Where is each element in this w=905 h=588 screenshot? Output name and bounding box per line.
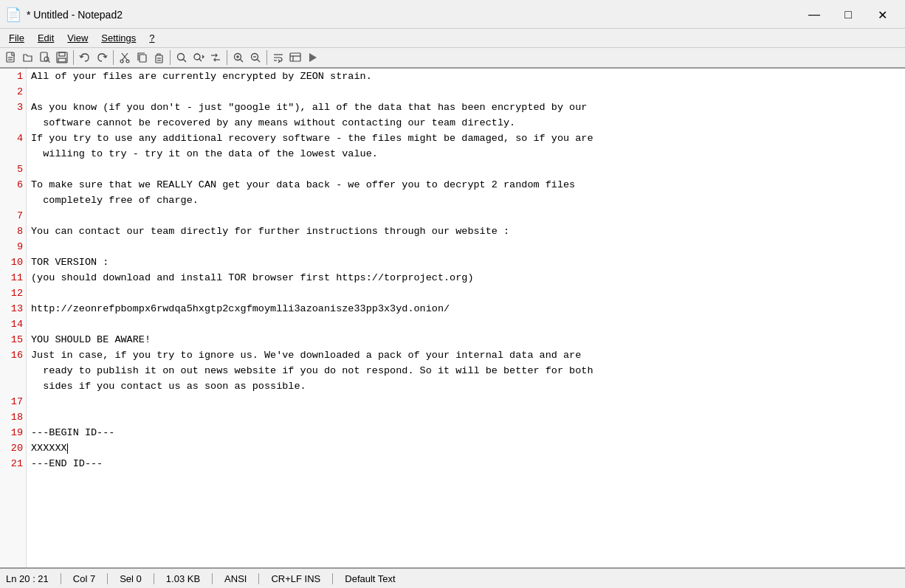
code-line: ---END ID--- bbox=[27, 456, 905, 471]
status-encoding: ANSI bbox=[213, 573, 259, 584]
title-bar: 📄 * Untitled - Notepad2 — □ ✕ bbox=[0, 0, 905, 29]
status-position: Ln 20 : 21 bbox=[6, 573, 61, 584]
line-number: 1 bbox=[0, 69, 26, 84]
code-line: (you should download and install TOR bro… bbox=[27, 270, 905, 286]
line-number: 18 bbox=[0, 409, 26, 425]
svg-rect-7 bbox=[59, 52, 65, 56]
svg-rect-13 bbox=[140, 55, 146, 62]
line-number: 7 bbox=[0, 208, 26, 224]
editor-container[interactable]: 123456789101112131415161718192021 All of… bbox=[0, 69, 905, 567]
code-line: XXXXXX bbox=[27, 440, 905, 456]
title-bar-left: 📄 * Untitled - Notepad2 bbox=[6, 7, 123, 22]
code-line bbox=[27, 208, 905, 224]
line-number: 17 bbox=[0, 394, 26, 409]
find-next-button[interactable] bbox=[190, 49, 207, 66]
close-button[interactable]: ✕ bbox=[865, 4, 899, 25]
code-line: As you know (if you don't - just "google… bbox=[27, 100, 905, 131]
app-icon: 📄 bbox=[6, 7, 21, 22]
code-line: YOU SHOULD BE AWARE! bbox=[27, 332, 905, 347]
toolbar-separator-3 bbox=[170, 50, 171, 65]
code-line bbox=[27, 394, 905, 409]
line-number: 5 bbox=[0, 162, 26, 177]
code-line: TOR VERSION : bbox=[27, 255, 905, 270]
line-number: 19 bbox=[0, 425, 26, 440]
code-line bbox=[27, 286, 905, 301]
zoom-out-button[interactable] bbox=[247, 49, 264, 66]
status-sel: Sel 0 bbox=[108, 573, 154, 584]
paste-button[interactable] bbox=[151, 49, 167, 66]
status-lineending: CR+LF INS bbox=[259, 573, 333, 584]
svg-point-19 bbox=[194, 54, 200, 60]
line-number: 4 bbox=[0, 131, 26, 146]
status-bar: Ln 20 : 21 Col 7 Sel 0 1.03 KB ANSI CR+L… bbox=[0, 567, 905, 588]
line-number: 9 bbox=[0, 239, 26, 255]
minimize-button[interactable]: — bbox=[797, 4, 831, 25]
code-line: If you try to use any additional recover… bbox=[27, 131, 905, 162]
toolbar-separator-5 bbox=[266, 50, 267, 65]
code-line bbox=[27, 317, 905, 332]
code-line: All of your files are currently encrypte… bbox=[27, 69, 905, 84]
line-number-continuation bbox=[0, 146, 26, 162]
code-line: To make sure that we REALLY CAN get your… bbox=[27, 177, 905, 208]
line-number: 8 bbox=[0, 224, 26, 239]
copy-button[interactable] bbox=[134, 49, 150, 66]
code-line bbox=[27, 239, 905, 255]
toolbar-separator-1 bbox=[73, 50, 74, 65]
code-line: ---BEGIN ID--- bbox=[27, 425, 905, 440]
line-number-continuation bbox=[0, 378, 26, 394]
line-number: 12 bbox=[0, 286, 26, 301]
line-number: 3 bbox=[0, 100, 26, 115]
toolbar-separator-2 bbox=[113, 50, 114, 65]
code-line bbox=[27, 162, 905, 177]
cut-button[interactable] bbox=[117, 49, 133, 66]
line-number: 20 bbox=[0, 440, 26, 456]
line-numbers: 123456789101112131415161718192021 bbox=[0, 69, 27, 567]
code-line bbox=[27, 409, 905, 425]
undo-button[interactable] bbox=[77, 49, 93, 66]
replace-button[interactable] bbox=[207, 49, 224, 66]
line-number: 13 bbox=[0, 301, 26, 317]
line-number: 11 bbox=[0, 270, 26, 286]
svg-line-20 bbox=[199, 59, 202, 61]
svg-point-11 bbox=[120, 60, 123, 63]
line-number: 2 bbox=[0, 84, 26, 100]
find-button[interactable] bbox=[173, 49, 190, 66]
title-bar-text: * Untitled - Notepad2 bbox=[27, 9, 123, 21]
svg-line-25 bbox=[241, 60, 244, 63]
editor-content[interactable]: All of your files are currently encrypte… bbox=[27, 69, 905, 567]
redo-button[interactable] bbox=[94, 49, 110, 66]
svg-marker-36 bbox=[309, 53, 317, 62]
line-number: 21 bbox=[0, 456, 26, 471]
menu-edit[interactable]: Edit bbox=[32, 30, 60, 46]
zoom-in-button[interactable] bbox=[230, 49, 247, 66]
line-number: 10 bbox=[0, 255, 26, 270]
menu-view[interactable]: View bbox=[61, 30, 94, 46]
run-button[interactable] bbox=[304, 49, 320, 66]
line-number: 16 bbox=[0, 347, 26, 363]
find-file-button[interactable] bbox=[37, 49, 53, 66]
svg-line-18 bbox=[184, 60, 187, 63]
maximize-button[interactable]: □ bbox=[831, 4, 865, 25]
code-line: http://zeonrefpbompx6rwdqa5hxgtp2cxgfmoy… bbox=[27, 301, 905, 317]
save-button[interactable] bbox=[54, 49, 70, 66]
line-number: 15 bbox=[0, 332, 26, 347]
schema-button[interactable] bbox=[287, 49, 303, 66]
code-line bbox=[27, 84, 905, 100]
svg-line-29 bbox=[258, 60, 261, 63]
svg-point-12 bbox=[126, 60, 129, 63]
svg-point-17 bbox=[178, 54, 185, 60]
svg-rect-8 bbox=[58, 58, 66, 62]
new-button[interactable] bbox=[3, 49, 19, 66]
status-style: Default Text bbox=[333, 573, 407, 584]
status-size: 1.03 KB bbox=[154, 573, 213, 584]
menu-settings[interactable]: Settings bbox=[95, 30, 142, 46]
svg-line-5 bbox=[49, 61, 50, 63]
svg-point-4 bbox=[44, 57, 49, 61]
line-number-continuation bbox=[0, 193, 26, 208]
svg-rect-33 bbox=[290, 53, 300, 61]
open-button[interactable] bbox=[20, 49, 36, 66]
word-wrap-button[interactable] bbox=[270, 49, 286, 66]
menu-file[interactable]: File bbox=[3, 30, 30, 46]
menu-help[interactable]: ? bbox=[143, 30, 160, 46]
status-col: Col 7 bbox=[61, 573, 108, 584]
